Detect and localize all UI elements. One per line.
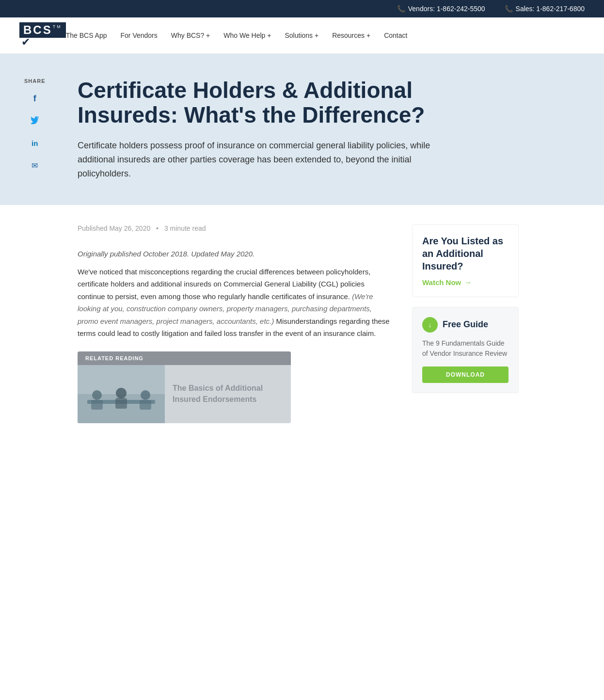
download-arrow: ↓ [429,321,432,329]
article-subtitle: Certificate holders possess proof of ins… [78,139,446,180]
read-time: 3 minute read [164,224,206,232]
logo-tm: TM [53,24,62,29]
nav-for-vendors[interactable]: For Vendors [121,32,158,39]
main-content: Published May 26, 2020 • 3 minute read O… [78,224,393,423]
dot-divider: • [156,224,159,232]
watch-now-label: Watch Now [422,278,461,286]
svg-point-4 [116,388,127,398]
free-guide-title: Free Guide [443,319,488,330]
vendors-phone: Vendors: 1-862-242-5500 [408,5,485,13]
download-circle-icon: ↓ [422,317,438,333]
main-nav: The BCS App For Vendors Why BCS? + Who W… [66,32,585,39]
arrow-right-icon: → [464,278,472,287]
related-reading-box: RELATED READING [78,351,291,423]
email-icon[interactable]: ✉ [27,158,43,173]
nav-why-bcs[interactable]: Why BCS? + [171,32,210,39]
svg-point-5 [141,390,150,400]
sidebar-card-title-1: Are You Listed as an Additional Insured? [422,235,509,272]
download-button[interactable]: DOWNLOAD [422,366,509,383]
svg-rect-8 [140,400,151,410]
header: BCSTM ✔ The BCS App For Vendors Why BCS?… [0,17,604,54]
linkedin-icon[interactable]: in [27,135,43,151]
svg-rect-7 [115,398,127,409]
top-bar: 📞 Vendors: 1-862-242-5500 📞 Sales: 1-862… [0,0,604,17]
article-body-text-1: We've noticed that misconceptions regard… [78,268,370,301]
sidebar-free-guide: ↓ Free Guide The 9 Fundamentals Guide of… [412,307,519,393]
facebook-icon[interactable]: f [27,91,43,106]
nav-contact[interactable]: Contact [384,32,407,39]
logo-checkmark: ✔ [21,36,30,48]
svg-rect-6 [91,400,103,410]
sidebar-card-watch: Are You Listed as an Additional Insured?… [412,224,519,297]
related-reading-content: The Basics of Additional Insured Endorse… [78,365,291,423]
share-panel: SHARE f in ✉ [24,78,46,173]
related-reading-title: The Basics of Additional Insured Endorse… [173,383,283,405]
related-reading-header: RELATED READING [78,351,291,365]
related-reading-text[interactable]: The Basics of Additional Insured Endorse… [165,365,291,423]
watch-now-link[interactable]: Watch Now → [422,278,509,287]
sidebar: Are You Listed as an Additional Insured?… [412,224,519,423]
bcs-letters: BCS [23,23,52,37]
free-guide-header: ↓ Free Guide [422,317,509,333]
free-guide-desc: The 9 Fundamentals Guide of Vendor Insur… [422,338,509,359]
share-label: SHARE [24,78,46,84]
phone-icon-sales: 📞 [505,5,513,13]
publish-info: Published May 26, 2020 • 3 minute read [78,224,393,232]
svg-point-3 [92,390,102,400]
sales-phone: Sales: 1-862-217-6800 [516,5,585,13]
content-area: Published May 26, 2020 • 3 minute read O… [0,205,604,443]
vendors-contact[interactable]: 📞 Vendors: 1-862-242-5500 [397,5,485,13]
publish-date: Published May 26, 2020 [78,224,150,232]
nav-who-we-help[interactable]: Who We Help + [223,32,271,39]
sales-contact[interactable]: 📞 Sales: 1-862-217-6800 [505,5,585,13]
phone-icon-vendors: 📞 [397,5,405,13]
nav-resources[interactable]: Resources + [332,32,370,39]
nav-bcs-app[interactable]: The BCS App [66,32,107,39]
article-body-1: We've noticed that misconceptions regard… [78,266,393,340]
hero-section: SHARE f in ✉ Certificate Holders & Addit… [0,54,604,205]
logo[interactable]: BCSTM ✔ [19,22,66,48]
originally-published: Originally published October 2018. Updat… [78,250,393,258]
article-title: Certificate Holders & Additional Insured… [78,78,475,127]
related-reading-image [78,365,165,423]
twitter-icon[interactable] [27,113,43,128]
nav-solutions[interactable]: Solutions + [285,32,318,39]
